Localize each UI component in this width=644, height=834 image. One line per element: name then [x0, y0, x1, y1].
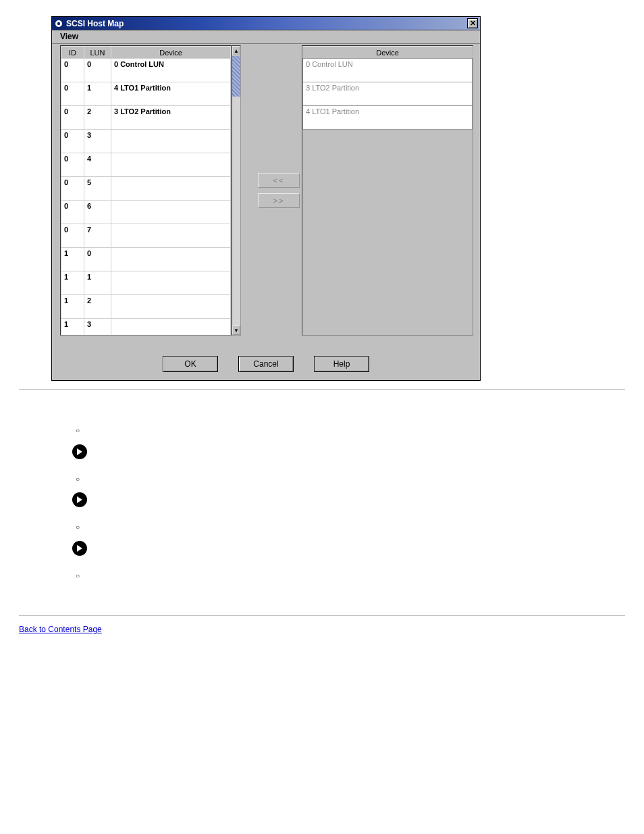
close-button[interactable]: ✕ — [467, 18, 478, 28]
list-item — [76, 472, 605, 486]
menu-bar: View — [52, 30, 480, 44]
back-to-contents-link[interactable]: Back to Contents Page — [19, 625, 102, 634]
cancel-button[interactable]: Cancel — [238, 356, 294, 372]
list-item — [76, 569, 605, 582]
scroll-down-button[interactable]: ▼ — [232, 325, 240, 335]
doc-content — [53, 423, 605, 581]
table-row[interactable]: 10 — [61, 248, 231, 271]
section-divider — [19, 389, 625, 390]
dialog-button-bar: OK Cancel Help — [52, 352, 480, 376]
left-map-table[interactable]: ID LUN Device 000 Control LUN 014 LTO1 P… — [60, 45, 232, 336]
scroll-up-button[interactable]: ▲ — [232, 46, 240, 55]
arrow-right-icon — [72, 540, 88, 556]
col-header-device[interactable]: Device — [111, 47, 231, 59]
right-device-table[interactable]: Device 0 Control LUN 3 LTO2 Partition 4 … — [302, 45, 473, 336]
table-row[interactable]: 3 LTO2 Partition — [303, 82, 473, 106]
table-row[interactable]: 0 Control LUN — [303, 59, 473, 82]
table-row[interactable]: 12 — [61, 295, 231, 319]
list-item — [76, 423, 605, 437]
table-row[interactable]: 05 — [61, 177, 231, 201]
footer-divider — [19, 615, 625, 616]
table-row[interactable]: 03 — [61, 130, 231, 153]
move-right-button[interactable]: >> — [258, 193, 300, 208]
table-row[interactable]: 023 LTO2 Partition — [61, 106, 231, 130]
note-item — [72, 540, 605, 556]
table-row[interactable]: 11 — [61, 271, 231, 295]
window-title: SCSI Host Map — [66, 19, 124, 28]
col-header-id[interactable]: ID — [61, 47, 84, 59]
scroll-thumb[interactable] — [232, 56, 240, 97]
vertical-scrollbar[interactable]: ▲ ▼ — [232, 45, 241, 336]
col-header-lun[interactable]: LUN — [84, 47, 111, 59]
table-row[interactable]: 000 Control LUN — [61, 59, 231, 82]
table-row[interactable]: 4 LTO1 Partition — [303, 106, 473, 130]
table-row[interactable]: 07 — [61, 224, 231, 248]
note-item — [72, 444, 605, 460]
table-row[interactable]: 13 — [61, 319, 231, 336]
table-row[interactable]: 04 — [61, 153, 231, 177]
table-row[interactable]: 014 LTO1 Partition — [61, 82, 231, 106]
note-item — [72, 492, 605, 508]
table-row[interactable]: 06 — [61, 201, 231, 224]
scsi-host-map-dialog: SCSI Host Map ✕ View ID LUN Device 000 C… — [51, 16, 481, 381]
title-bar: SCSI Host Map ✕ — [52, 17, 480, 30]
help-button[interactable]: Help — [314, 356, 369, 372]
col-header-device[interactable]: Device — [303, 47, 473, 59]
ok-button[interactable]: OK — [163, 356, 218, 372]
app-icon — [54, 19, 63, 28]
menu-view[interactable]: View — [56, 31, 82, 42]
arrow-right-icon — [72, 492, 88, 508]
list-item — [76, 520, 605, 533]
move-left-button[interactable]: << — [258, 173, 300, 188]
arrow-right-icon — [72, 444, 88, 460]
svg-point-1 — [57, 22, 60, 24]
